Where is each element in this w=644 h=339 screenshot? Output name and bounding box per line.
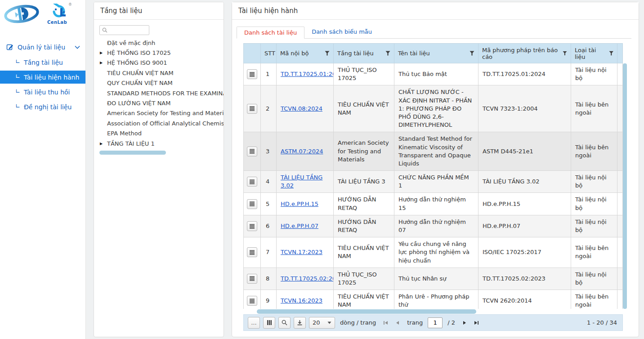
row-sliver [617,215,623,237]
document-code-link[interactable]: TD.TT.17025.02:2023 [281,275,334,282]
tree-item[interactable]: ▶HỆ THỐNG ISO 17025 [94,48,224,58]
row-menu-button[interactable] [247,296,257,306]
expand-arrow-icon[interactable]: ▶ [100,142,103,146]
row-stt: 4 [261,171,277,193]
sidebar-item-label: Đề nghị tài liệu [24,103,72,111]
document-code-link[interactable]: TÀI LIỆU TẦNG 3.02 [281,174,322,189]
tree-item[interactable]: QUY CHUẨN VIỆT NAM [94,78,224,88]
sidebar-item[interactable]: ∟Tầng tài liệu [0,56,85,69]
row-method-code: TD.TT.17025.02:2023 [479,268,571,290]
column-header-sliver [617,44,623,63]
column-header-layer[interactable]: Tầng tài liệu [334,44,394,63]
document-code-link[interactable]: TCVN.16:2023 [281,297,322,304]
tree-item-label: TẦNG TÀI LIỆU 1 [107,140,155,147]
submenu-corner-icon: ∟ [15,103,20,109]
document-code-link[interactable]: TCVN.17:2023 [281,249,322,255]
tree-item-label: TIÊU CHUẨN VIỆT NAM [107,70,174,76]
row-sliver [617,237,623,268]
sidebar-item[interactable]: ∟Đề nghị tài liệu [0,100,85,113]
filter-icon[interactable] [609,51,614,56]
tree-item[interactable]: STANDARD METHODS FOR THE EXAMINATION OF … [94,88,224,98]
row-sliver [617,171,623,193]
tree-item[interactable]: American Society for Testing and Materia… [94,108,224,118]
row-menu-cell [244,63,261,85]
filter-icon[interactable] [470,51,474,56]
row-type: Tài liệu nội bộ [571,171,617,193]
page-size-select[interactable]: 20 [309,317,335,329]
row-stt: 3 [261,132,277,171]
tree-item[interactable]: TIÊU CHUẨN VIỆT NAM [94,68,224,78]
row-menu-button[interactable] [247,104,257,114]
row-menu-button[interactable] [247,177,257,187]
column-header-method-code[interactable]: Mã phương pháp trên báo cáo [479,44,571,63]
table-vertical-scrollbar[interactable] [623,63,627,309]
sidebar-item-label: Tầng tài liệu [24,59,63,66]
first-page-button[interactable] [381,318,390,327]
row-method-code: TCVN 2620:2014 [479,290,571,309]
tree-item[interactable]: Association of Official Analytical Chemi… [94,118,224,128]
row-internal-code: TCVN.08:2024 [277,85,334,132]
tree-search-box[interactable] [99,25,149,35]
columns-button[interactable] [263,317,275,329]
download-button[interactable] [294,317,306,329]
filter-icon[interactable] [385,51,390,56]
row-sliver [617,193,623,215]
filter-icon[interactable] [325,51,330,56]
scrollbar-thumb[interactable] [623,63,627,309]
last-page-button[interactable] [472,318,481,327]
search-button[interactable] [278,317,291,329]
column-header-name[interactable]: Tên tài liệu [394,44,479,63]
table-header-row: STT Mã nội bộ Tầng tài liệu Tên tài liệu… [244,44,623,63]
row-menu-button[interactable] [247,147,257,156]
row-menu-icon [249,250,255,255]
row-internal-code: TD.TT.17025.02:2023 [277,268,334,290]
sidebar-item[interactable]: ∟Tài liệu hiện hành [0,71,85,84]
page-input[interactable] [428,317,443,328]
more-options-button[interactable]: … [248,317,260,329]
document-code-link[interactable]: TCVN.08:2024 [281,105,322,112]
document-code-link[interactable]: TD.TT.17025.01:2024 [281,71,334,77]
tree-item[interactable]: EPA Method [94,129,224,138]
tree-search-input[interactable] [109,27,147,33]
row-menu-button[interactable] [247,221,257,231]
row-layer: TIÊU CHUẨN VIỆT NAM [334,237,394,268]
row-stt: 9 [261,290,277,309]
tree-horizontal-scrollbar[interactable] [99,151,166,155]
expand-arrow-icon[interactable]: ▶ [100,51,103,55]
prev-page-button[interactable] [393,318,402,327]
tree-item-label: HỆ THỐNG ISO 17025 [107,49,171,56]
tab-document-list[interactable]: Danh sách tài liệu [237,27,304,39]
download-icon [297,320,303,326]
row-menu-icon [249,201,255,206]
row-internal-code: HD.e.PP.H.07 [277,215,334,237]
document-code-link[interactable]: HD.e.PP.H.15 [281,201,318,207]
table-row: 7TCVN.17:2023TIÊU CHUẨN VIỆT NAMYêu cầu … [244,237,623,268]
sidebar-menu-document-management[interactable]: Quản lý tài liệu [0,40,85,54]
sidebar-menu-label: Quản lý tài liệu [18,44,71,51]
next-page-button[interactable] [460,318,469,327]
table-horizontal-scrollbar[interactable] [257,309,476,314]
row-menu-button[interactable] [247,69,257,79]
row-internal-code: TD.TT.17025.01:2024 [277,63,334,85]
tab-bar: Danh sách tài liệu Danh sách biểu mẫu [237,26,631,39]
row-method-code: HD.e.PP.H.15 [479,193,571,215]
row-menu-button[interactable] [247,274,257,284]
row-name: CHỨC NĂNG PHẦN MỀM 1 [394,171,479,193]
document-code-link[interactable]: ASTM.07:2024 [281,148,323,155]
filter-icon[interactable] [563,51,567,56]
row-menu-button[interactable] [247,199,257,209]
submenu-corner-icon: ∟ [15,58,20,65]
tree-item[interactable]: ĐO LƯỜNG VIỆT NAM [94,98,224,108]
document-code-link[interactable]: HD.e.PP.H.07 [281,223,318,229]
column-header-internal-code[interactable]: Mã nội bộ [277,44,334,63]
expand-arrow-icon[interactable]: ▶ [100,61,103,65]
tree-item[interactable]: ▶TẦNG TÀI LIỆU 1 [94,138,224,148]
column-header-type[interactable]: Loại tài liệu [571,44,617,63]
sidebar-item[interactable]: ∟Tài liệu thu hồi [0,85,85,98]
row-menu-icon [249,224,255,229]
tree-item[interactable]: Đặt về mặc định [94,38,224,48]
tree-item[interactable]: ▶HỆ THỐNG ISO 9001 [94,58,224,68]
cenlab-logo: ® CenLab [47,4,67,25]
tab-form-list[interactable]: Danh sách biểu mẫu [304,26,379,38]
row-menu-button[interactable] [247,247,257,257]
